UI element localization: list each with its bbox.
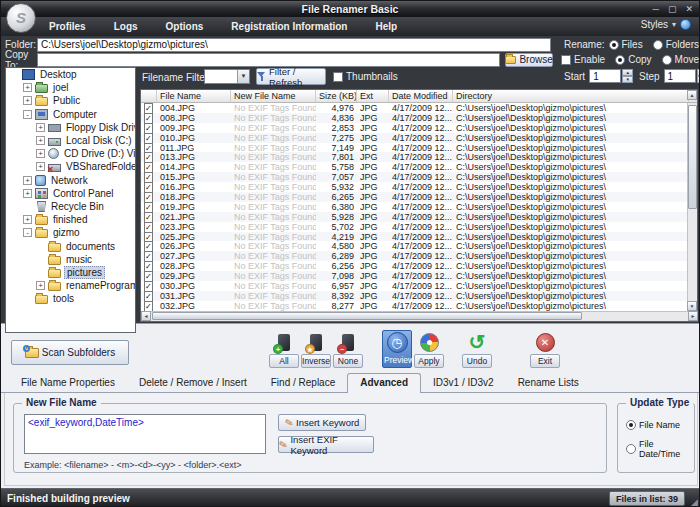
tab-find-replace[interactable]: Find / Replace xyxy=(259,374,347,392)
expand-icon[interactable]: + xyxy=(36,136,45,145)
undo-button[interactable]: ↺Undo xyxy=(462,330,492,368)
dropdown-arrow-icon[interactable]: ▼ xyxy=(237,70,249,83)
copy-to-input[interactable] xyxy=(37,53,500,67)
scroll-up-icon[interactable]: ▲ xyxy=(687,90,697,100)
resize-grip[interactable]: ◢ xyxy=(691,497,698,507)
column-header-checkbox[interactable] xyxy=(141,90,157,102)
tab-advanced[interactable]: Advanced xyxy=(347,373,421,393)
insert-exif-keyword-button[interactable]: ✎ Insert EXIF Keyword xyxy=(278,436,374,453)
tree-item-pictures[interactable]: pictures xyxy=(6,266,135,279)
table-row[interactable]: ✓029.JPGNo EXIF Tags Found7,098JPG4/17/2… xyxy=(141,271,697,281)
table-row[interactable]: ✓030.JPGNo EXIF Tags Found6,957JPG4/17/2… xyxy=(141,281,697,291)
tree-item-desktop[interactable]: Desktop xyxy=(6,68,135,81)
table-row[interactable]: ✓016.JPGNo EXIF Tags Found5,932JPG4/17/2… xyxy=(141,182,697,192)
inverse-button[interactable]: ★Inverse xyxy=(301,330,331,368)
start-input[interactable] xyxy=(589,69,621,83)
row-checkbox[interactable]: ✓ xyxy=(144,152,153,162)
collapse-icon[interactable]: - xyxy=(23,110,32,119)
expand-icon[interactable]: + xyxy=(23,83,32,92)
tree-item-public[interactable]: +Public xyxy=(6,94,135,107)
table-row[interactable]: ✓031.JPGNo EXIF Tags Found8,392JPG4/17/2… xyxy=(141,291,697,301)
menu-item-help[interactable]: Help xyxy=(365,19,407,34)
row-checkbox[interactable]: ✓ xyxy=(144,291,153,301)
tree-item-vbsharedfolder-vboxsvr-z[interactable]: +VBSharedFolder (\\vboxsvr) (Z xyxy=(6,160,135,173)
browse-button[interactable]: Browse xyxy=(505,53,553,67)
collapse-icon[interactable]: - xyxy=(23,228,32,237)
row-checkbox[interactable]: ✓ xyxy=(144,261,153,271)
horizontal-scroll-thumb[interactable] xyxy=(152,312,582,320)
rename-radio-folders[interactable]: Folders xyxy=(653,39,699,50)
step-input[interactable] xyxy=(664,69,696,83)
horizontal-scrollbar[interactable]: ◄ ► xyxy=(141,311,698,321)
row-checkbox[interactable]: ✓ xyxy=(144,192,153,202)
update-type-radio-file-date-time[interactable]: File Date/Time xyxy=(626,439,694,459)
row-checkbox[interactable]: ✓ xyxy=(144,251,153,261)
expand-icon[interactable]: + xyxy=(36,149,45,158)
scroll-down-icon[interactable]: ▼ xyxy=(687,301,697,311)
row-checkbox[interactable]: ✓ xyxy=(144,301,153,311)
expand-icon[interactable]: + xyxy=(23,215,32,224)
tree-item-finished[interactable]: +finished xyxy=(6,213,135,226)
column-header-new-file-name[interactable]: New File Name xyxy=(231,90,316,102)
row-checkbox[interactable]: ✓ xyxy=(144,143,153,153)
vertical-scroll-thumb[interactable] xyxy=(688,105,697,209)
start-spinner[interactable]: ▲▼ xyxy=(622,69,633,83)
vertical-scrollbar[interactable]: ▲ ▼ xyxy=(687,103,697,311)
column-header-ext[interactable]: Ext xyxy=(357,90,389,102)
all-button[interactable]: +All xyxy=(269,330,299,368)
minimize-button[interactable]: ─ xyxy=(653,2,659,16)
table-row[interactable]: ✓021.JPGNo EXIF Tags Found5,928JPG4/17/2… xyxy=(141,212,697,222)
row-checkbox[interactable]: ✓ xyxy=(144,113,153,123)
expand-icon[interactable]: + xyxy=(23,189,32,198)
apply-button[interactable]: Apply xyxy=(414,330,444,368)
table-row[interactable]: ✓023.JPGNo EXIF Tags Found5,702JPG4/17/2… xyxy=(141,222,697,232)
menu-item-options[interactable]: Options xyxy=(156,19,214,34)
preview-button[interactable]: ◷Preview xyxy=(382,330,412,368)
tree-item-computer[interactable]: -Computer xyxy=(6,108,135,121)
table-row[interactable]: ✓008.JPGNo EXIF Tags Found4,836JPG4/17/2… xyxy=(141,113,697,123)
row-checkbox[interactable]: ✓ xyxy=(144,241,153,251)
tree-item-recycle-bin[interactable]: Recycle Bin xyxy=(6,200,135,213)
tree-item-joel[interactable]: +joel xyxy=(6,81,135,94)
tree-item-renameprograms[interactable]: +renamePrograms xyxy=(6,279,135,292)
table-row[interactable]: ✓026.JPGNo EXIF Tags Found4,580JPG4/17/2… xyxy=(141,241,697,251)
table-row[interactable]: ✓013.JPGNo EXIF Tags Found7,801JPG4/17/2… xyxy=(141,152,697,162)
tree-item-tools[interactable]: tools xyxy=(6,292,135,305)
menu-item-registration-information[interactable]: Registration Information xyxy=(221,19,357,34)
tab-rename-lists[interactable]: Rename Lists xyxy=(506,374,591,392)
row-checkbox[interactable]: ✓ xyxy=(144,162,153,172)
table-row[interactable]: ✓028.JPGNo EXIF Tags Found6,256JPG4/17/2… xyxy=(141,261,697,271)
tree-item-floppy-disk-drive-a[interactable]: +Floppy Disk Drive (A:) xyxy=(6,121,135,134)
tree-item-gizmo[interactable]: -gizmo xyxy=(6,226,135,239)
table-row[interactable]: ✓014.JPGNo EXIF Tags Found5,758JPG4/17/2… xyxy=(141,162,697,172)
row-checkbox[interactable]: ✓ xyxy=(144,182,153,192)
copy-mode-radio-copy[interactable]: Copy xyxy=(615,54,651,65)
styles-menu[interactable]: Styles ▾ xyxy=(641,19,691,30)
tab-id3v1-id3v2[interactable]: ID3v1 / ID3v2 xyxy=(421,374,506,392)
row-checkbox[interactable]: ✓ xyxy=(144,103,153,113)
tree-item-local-disk-c[interactable]: +Local Disk (C:) xyxy=(6,134,135,147)
tree-item-network[interactable]: +Network xyxy=(6,174,135,187)
menu-item-logs[interactable]: Logs xyxy=(104,19,148,34)
folder-input[interactable] xyxy=(37,38,551,52)
menu-item-profiles[interactable]: Profiles xyxy=(39,19,96,34)
thumbnails-checkbox[interactable]: Thumbnails xyxy=(333,71,398,82)
row-checkbox[interactable]: ✓ xyxy=(144,133,153,143)
maximize-button[interactable]: ▢ xyxy=(668,2,677,16)
expand-icon[interactable]: + xyxy=(23,176,32,185)
column-header-date-modified[interactable]: Date Modified xyxy=(389,90,453,102)
close-button[interactable]: ✕ xyxy=(685,2,693,16)
step-spinner[interactable]: ▲▼ xyxy=(697,69,700,83)
table-row[interactable]: ✓027.JPGNo EXIF Tags Found6,289JPG4/17/2… xyxy=(141,251,697,261)
column-header-file-name[interactable]: File Name xyxy=(157,90,231,102)
table-row[interactable]: ✓004.JPGNo EXIF Tags Found4,976JPG4/17/2… xyxy=(141,103,697,113)
tree-item-control-panel[interactable]: +Control Panel xyxy=(6,187,135,200)
scan-subfolders-button[interactable]: Scan Subfolders xyxy=(11,340,129,365)
filename-filter-combobox[interactable]: ▼ xyxy=(204,69,250,84)
table-row[interactable]: ✓015.JPGNo EXIF Tags Found7,057JPG4/17/2… xyxy=(141,172,697,182)
table-row[interactable]: ✓032.JPGNo EXIF Tags Found8,277JPG4/17/2… xyxy=(141,301,697,311)
new-file-name-input[interactable]: <exif_keyword,DateTime> xyxy=(24,414,266,454)
scroll-right-icon[interactable]: ► xyxy=(688,311,698,321)
filter-refresh-button[interactable]: Filter / Refresh xyxy=(256,68,326,85)
row-checkbox[interactable]: ✓ xyxy=(144,281,153,291)
